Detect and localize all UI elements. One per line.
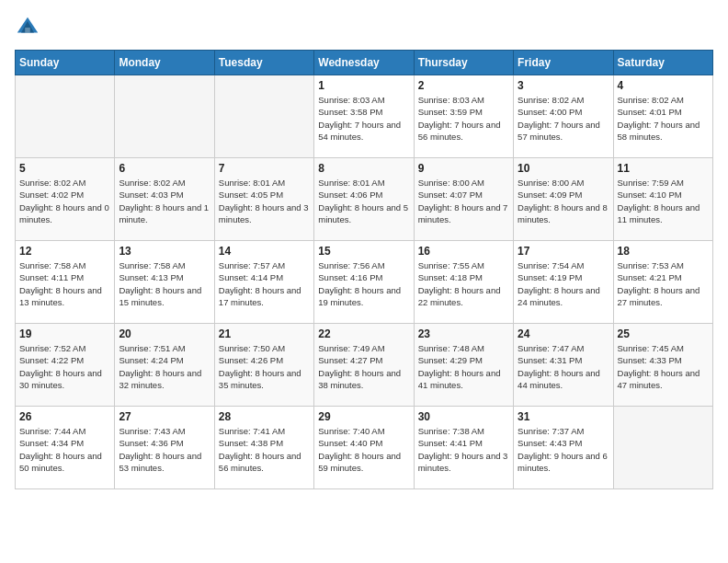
day-header-thursday: Thursday [414,51,513,75]
day-number: 17 [518,245,609,258]
day-info: Sunrise: 7:40 AM Sunset: 4:40 PM Dayligh… [318,425,409,474]
day-cell: 1Sunrise: 8:03 AM Sunset: 3:58 PM Daylig… [314,75,414,158]
day-info: Sunrise: 7:53 AM Sunset: 4:21 PM Dayligh… [618,259,709,308]
day-cell: 16Sunrise: 7:55 AM Sunset: 4:18 PM Dayli… [414,241,513,324]
day-number: 7 [219,162,310,175]
logo-icon [15,15,40,40]
day-number: 19 [19,327,110,340]
day-cell: 17Sunrise: 7:54 AM Sunset: 4:19 PM Dayli… [514,241,613,324]
day-number: 31 [518,410,609,423]
day-info: Sunrise: 8:00 AM Sunset: 4:09 PM Dayligh… [518,177,609,225]
day-cell: 21Sunrise: 7:50 AM Sunset: 4:26 PM Dayli… [214,324,313,407]
day-info: Sunrise: 8:00 AM Sunset: 4:07 PM Dayligh… [418,177,509,225]
day-number: 18 [618,245,709,258]
day-number: 23 [418,327,509,340]
day-cell: 12Sunrise: 7:58 AM Sunset: 4:11 PM Dayli… [16,241,115,324]
day-number: 2 [418,79,509,92]
day-info: Sunrise: 8:01 AM Sunset: 4:05 PM Dayligh… [219,177,310,225]
day-number: 16 [418,245,509,258]
day-info: Sunrise: 7:49 AM Sunset: 4:27 PM Dayligh… [318,342,409,391]
day-number: 13 [119,245,210,258]
day-cell: 25Sunrise: 7:45 AM Sunset: 4:33 PM Dayli… [613,324,712,407]
day-info: Sunrise: 7:50 AM Sunset: 4:26 PM Dayligh… [219,342,310,391]
day-info: Sunrise: 7:45 AM Sunset: 4:33 PM Dayligh… [618,342,709,391]
day-number: 5 [19,162,110,175]
day-number: 26 [19,410,110,423]
header [15,15,713,40]
day-info: Sunrise: 7:54 AM Sunset: 4:19 PM Dayligh… [518,259,609,308]
week-row-1: 5Sunrise: 8:02 AM Sunset: 4:02 PM Daylig… [16,158,713,241]
day-cell: 11Sunrise: 7:59 AM Sunset: 4:10 PM Dayli… [613,158,712,241]
week-row-4: 26Sunrise: 7:44 AM Sunset: 4:34 PM Dayli… [16,407,713,489]
day-info: Sunrise: 7:56 AM Sunset: 4:16 PM Dayligh… [318,259,409,308]
logo [15,15,44,40]
day-number: 28 [219,410,310,423]
day-number: 20 [119,327,210,340]
day-number: 4 [618,79,709,92]
day-header-monday: Monday [115,51,214,75]
day-cell: 6Sunrise: 8:02 AM Sunset: 4:03 PM Daylig… [115,158,214,241]
day-cell: 28Sunrise: 7:41 AM Sunset: 4:38 PM Dayli… [214,407,313,489]
day-number: 14 [219,245,310,258]
day-info: Sunrise: 7:59 AM Sunset: 4:10 PM Dayligh… [618,177,709,225]
day-cell: 5Sunrise: 8:02 AM Sunset: 4:02 PM Daylig… [16,158,115,241]
day-info: Sunrise: 8:02 AM Sunset: 4:01 PM Dayligh… [618,94,709,143]
day-info: Sunrise: 7:55 AM Sunset: 4:18 PM Dayligh… [418,259,509,308]
day-cell: 4Sunrise: 8:02 AM Sunset: 4:01 PM Daylig… [613,75,712,158]
day-cell: 3Sunrise: 8:02 AM Sunset: 4:00 PM Daylig… [514,75,613,158]
day-number: 8 [318,162,409,175]
day-info: Sunrise: 7:47 AM Sunset: 4:31 PM Dayligh… [518,342,609,391]
page: SundayMondayTuesdayWednesdayThursdayFrid… [0,0,728,499]
day-cell: 26Sunrise: 7:44 AM Sunset: 4:34 PM Dayli… [16,407,115,489]
day-cell: 29Sunrise: 7:40 AM Sunset: 4:40 PM Dayli… [314,407,414,489]
day-cell: 22Sunrise: 7:49 AM Sunset: 4:27 PM Dayli… [314,324,414,407]
day-cell [214,75,313,158]
week-row-0: 1Sunrise: 8:03 AM Sunset: 3:58 PM Daylig… [16,75,713,158]
day-cell: 31Sunrise: 7:37 AM Sunset: 4:43 PM Dayli… [514,407,613,489]
day-info: Sunrise: 7:58 AM Sunset: 4:11 PM Dayligh… [19,259,110,308]
day-header-saturday: Saturday [613,51,712,75]
day-cell: 10Sunrise: 8:00 AM Sunset: 4:09 PM Dayli… [514,158,613,241]
day-header-sunday: Sunday [16,51,115,75]
day-info: Sunrise: 7:57 AM Sunset: 4:14 PM Dayligh… [219,259,310,308]
day-info: Sunrise: 7:44 AM Sunset: 4:34 PM Dayligh… [19,425,110,474]
day-cell: 23Sunrise: 7:48 AM Sunset: 4:29 PM Dayli… [414,324,513,407]
day-cell [115,75,214,158]
day-number: 30 [418,410,509,423]
day-cell [613,407,712,489]
svg-rect-2 [25,28,30,33]
header-row: SundayMondayTuesdayWednesdayThursdayFrid… [16,51,713,75]
day-info: Sunrise: 8:02 AM Sunset: 4:00 PM Dayligh… [518,94,609,143]
day-number: 9 [418,162,509,175]
day-info: Sunrise: 7:52 AM Sunset: 4:22 PM Dayligh… [19,342,110,391]
day-number: 22 [318,327,409,340]
day-cell: 2Sunrise: 8:03 AM Sunset: 3:59 PM Daylig… [414,75,513,158]
day-header-wednesday: Wednesday [314,51,414,75]
day-info: Sunrise: 7:51 AM Sunset: 4:24 PM Dayligh… [119,342,210,391]
day-number: 12 [19,245,110,258]
day-cell: 13Sunrise: 7:58 AM Sunset: 4:13 PM Dayli… [115,241,214,324]
day-cell: 7Sunrise: 8:01 AM Sunset: 4:05 PM Daylig… [214,158,313,241]
day-header-tuesday: Tuesday [214,51,313,75]
day-cell: 30Sunrise: 7:38 AM Sunset: 4:41 PM Dayli… [414,407,513,489]
day-info: Sunrise: 7:58 AM Sunset: 4:13 PM Dayligh… [119,259,210,308]
day-info: Sunrise: 7:41 AM Sunset: 4:38 PM Dayligh… [219,425,310,474]
day-number: 15 [318,245,409,258]
day-info: Sunrise: 8:03 AM Sunset: 3:59 PM Dayligh… [418,94,509,143]
week-row-2: 12Sunrise: 7:58 AM Sunset: 4:11 PM Dayli… [16,241,713,324]
day-cell: 27Sunrise: 7:43 AM Sunset: 4:36 PM Dayli… [115,407,214,489]
calendar-table: SundayMondayTuesdayWednesdayThursdayFrid… [15,50,713,489]
day-info: Sunrise: 7:48 AM Sunset: 4:29 PM Dayligh… [418,342,509,391]
day-info: Sunrise: 7:38 AM Sunset: 4:41 PM Dayligh… [418,425,509,474]
day-info: Sunrise: 8:01 AM Sunset: 4:06 PM Dayligh… [318,177,409,225]
day-number: 24 [518,327,609,340]
day-info: Sunrise: 8:02 AM Sunset: 4:03 PM Dayligh… [119,177,210,225]
day-number: 29 [318,410,409,423]
day-number: 6 [119,162,210,175]
day-header-friday: Friday [514,51,613,75]
week-row-3: 19Sunrise: 7:52 AM Sunset: 4:22 PM Dayli… [16,324,713,407]
day-number: 21 [219,327,310,340]
day-info: Sunrise: 7:43 AM Sunset: 4:36 PM Dayligh… [119,425,210,474]
day-number: 11 [618,162,709,175]
day-cell: 18Sunrise: 7:53 AM Sunset: 4:21 PM Dayli… [613,241,712,324]
